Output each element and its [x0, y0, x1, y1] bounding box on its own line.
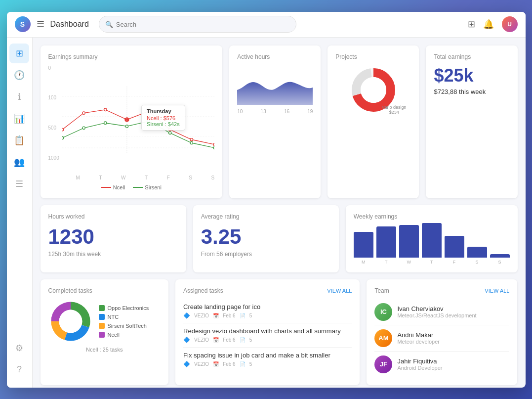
team-header: Team VIEW ALL: [374, 287, 509, 294]
bar-label-w2: W: [407, 260, 411, 265]
earnings-summary-card: Earnings summary 1000 500 100 0: [41, 45, 223, 198]
sidebar-item-document[interactable]: 📋: [9, 131, 29, 150]
chart-legend: Ncell Sirseni: [48, 184, 215, 190]
sidebar-item-clock[interactable]: 🕐: [9, 65, 29, 85]
menu-icon[interactable]: ☰: [37, 19, 44, 30]
search-icon: 🔍: [105, 21, 113, 28]
donut-label: Vario design $234: [382, 105, 406, 115]
ncell-dot: [99, 332, 105, 338]
projects-title: Projects: [335, 53, 411, 60]
sirseni-dot: [99, 323, 105, 329]
team-members-list: IC Ivan Cherviakov Meteor.JS/ReactJS dev…: [374, 299, 509, 377]
x-axis-labels: M T W T F S S: [62, 175, 215, 180]
bar-col-m0: M: [354, 232, 373, 265]
sidebar-item-list[interactable]: ☰: [9, 174, 29, 194]
y-axis-labels: 1000 500 100 0: [48, 65, 59, 171]
search-input[interactable]: [116, 21, 290, 28]
member-role-2: Android Developer: [397, 365, 509, 371]
ntc-dot: [99, 314, 105, 320]
task-files-0: 5: [249, 313, 252, 318]
avatar-initials: U: [507, 21, 512, 28]
svg-point-18: [190, 141, 193, 144]
topbar: S ☰ Dashboard 🔍 ⊞ 🔔 U: [7, 12, 526, 38]
svg-point-13: [82, 127, 84, 129]
svg-point-19: [213, 146, 215, 149]
member-avatar-1: AM: [374, 329, 392, 347]
bar-w2: [399, 225, 419, 258]
sidebar-item-settings[interactable]: ⚙: [9, 338, 29, 358]
completed-tasks-title: Completed tasks: [48, 287, 161, 294]
member-role-0: Meteor.JS/ReactJS development: [397, 312, 509, 318]
sidebar-item-help[interactable]: ?: [9, 360, 29, 380]
tasks-content: Oppo Electronics NTC Sirseni SoftTech: [48, 299, 161, 344]
svg-point-16: [147, 120, 149, 122]
earnings-chart: Thursday Ncell : $576 Sirseni : $42s: [62, 65, 215, 174]
task-files-1: 5: [249, 337, 252, 343]
assigned-tasks-list: Create landing page for ico 🔷 VEZIO 📅 Fe…: [183, 299, 352, 371]
content-area: Earnings summary 1000 500 100 0: [33, 38, 526, 388]
svg-point-6: [104, 108, 106, 111]
bar-s5: [467, 247, 487, 258]
sidebar-item-dashboard[interactable]: ⊞: [9, 44, 29, 63]
member-info-2: Jahir Fiquitiva Android Developer: [397, 357, 509, 371]
app-container: S ☰ Dashboard 🔍 ⊞ 🔔 U ⊞ 🕐 ℹ: [0, 0, 532, 399]
bell-icon[interactable]: 🔔: [483, 19, 494, 30]
team-member-1: AM Andrii Makar Meteor developer: [374, 325, 509, 352]
task-project-1: VEZIO: [194, 337, 209, 343]
active-hours-labels: 10 13 16 19: [237, 109, 313, 114]
member-name-1: Andrii Makar: [397, 331, 509, 339]
bar-label-t1: T: [385, 260, 388, 265]
completed-tasks-card: Completed tasks: [41, 279, 169, 385]
bar-m0: [354, 232, 373, 258]
bar-col-s5: S: [467, 247, 487, 265]
weekly-bar-chart: MTWTFSS: [354, 225, 510, 265]
main-layout: ⊞ 🕐 ℹ 📊 📋 👥 ☰ ⚙ ? Earnings summary: [7, 38, 526, 388]
task-date-icon-2: 📅: [213, 361, 219, 367]
svg-point-29: [59, 310, 82, 333]
sidebar-item-team[interactable]: 👥: [9, 152, 29, 172]
tasks-donut: [48, 299, 93, 344]
assigned-tasks-title: Assigned tasks: [183, 287, 223, 294]
hours-worked-number: 1230: [48, 225, 178, 249]
task-name-0: Create landing page for ico: [183, 303, 352, 310]
average-rating-number: 3.25: [201, 225, 331, 249]
svg-point-9: [168, 128, 171, 131]
tasks-donut-container: [48, 299, 93, 344]
hours-worked-sub: 125h 30m this week: [48, 251, 178, 258]
assigned-view-all[interactable]: VIEW ALL: [327, 288, 352, 294]
weekly-earnings-card: Weekly earnings MTWTFSS: [346, 205, 518, 272]
bar-label-s5: S: [476, 260, 479, 265]
earnings-summary-title: Earnings summary: [48, 53, 215, 60]
avatar[interactable]: U: [502, 16, 518, 32]
bar-t1: [376, 226, 396, 258]
bar-col-s6: S: [490, 254, 510, 265]
average-rating-sub: From 56 employers: [201, 251, 331, 258]
task-project-0: VEZIO: [194, 313, 209, 318]
search-bar[interactable]: 🔍: [99, 16, 296, 33]
total-earnings-amount: $25k: [434, 65, 509, 86]
team-member-0: IC Ivan Cherviakov Meteor.JS/ReactJS dev…: [374, 299, 509, 325]
sidebar-item-info[interactable]: ℹ: [9, 87, 29, 107]
task-project-2: VEZIO: [194, 361, 209, 367]
bar-s6: [490, 254, 510, 258]
logo: S: [15, 16, 31, 32]
member-name-2: Jahir Fiquitiva: [397, 357, 509, 365]
team-view-all[interactable]: VIEW ALL: [485, 288, 509, 294]
page-title: Dashboard: [50, 20, 89, 29]
task-date-1: Feb 6: [223, 337, 236, 343]
bar-label-f4: F: [453, 260, 456, 265]
tasks-legend-ntc: NTC: [99, 314, 149, 320]
row-3: Completed tasks: [41, 279, 518, 385]
tasks-legend: Oppo Electronics NTC Sirseni SoftTech: [99, 305, 149, 338]
sidebar-item-chart[interactable]: 📊: [9, 109, 29, 129]
row-1: Earnings summary 1000 500 100 0: [41, 45, 518, 198]
team-member-2: JF Jahir Fiquitiva Android Developer: [374, 352, 509, 377]
member-avatar-2: JF: [374, 355, 392, 373]
sirseni-line-icon: [133, 187, 143, 188]
grid-icon[interactable]: ⊞: [468, 19, 475, 30]
member-info-0: Ivan Cherviakov Meteor.JS/ReactJS develo…: [397, 305, 509, 318]
svg-point-10: [190, 138, 193, 140]
task-date-2: Feb 6: [223, 361, 236, 367]
bar-col-f4: F: [445, 236, 464, 265]
member-avatar-0: IC: [374, 303, 392, 321]
